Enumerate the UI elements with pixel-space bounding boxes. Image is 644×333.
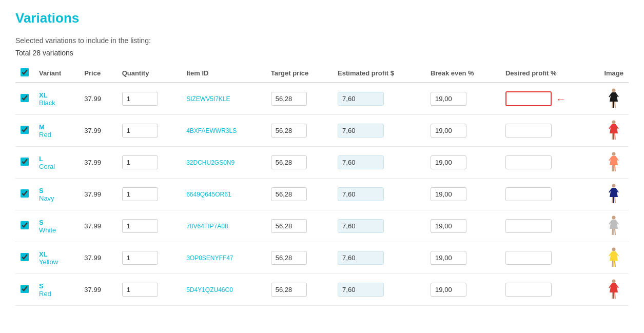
target-price-cell[interactable] [266,274,333,306]
row-checkbox-cell[interactable] [15,274,34,306]
dress-figure-icon [608,216,619,235]
target-price-input[interactable] [271,92,307,106]
break-even-input[interactable] [431,219,466,233]
item-id-cell[interactable]: 3OP0SENYFF47 [181,242,266,274]
table-row: SWhite37.9978V64TIP7A087,60 [15,210,629,242]
quantity-input[interactable] [122,219,158,233]
dress-figure-icon [608,247,619,267]
variant-cell: MRed [34,115,79,147]
target-price-cell[interactable] [266,83,333,115]
row-checkbox[interactable] [21,126,29,134]
target-price-cell[interactable] [266,115,333,147]
target-price-input[interactable] [271,187,307,201]
desired-profit-input[interactable] [505,155,552,169]
quantity-cell[interactable] [117,179,182,210]
target-price-input[interactable] [271,219,307,233]
target-price-cell[interactable] [266,210,333,242]
break-even-cell[interactable] [425,147,500,179]
target-price-cell[interactable] [266,179,333,210]
break-even-input[interactable] [431,187,466,201]
desired-profit-input[interactable] [505,91,552,106]
image-cell [599,83,629,115]
break-even-cell[interactable] [425,210,500,242]
item-id-link[interactable]: 5D4Y1QZU46C0 [186,286,233,293]
item-id-cell[interactable]: 6649Q645OR61 [181,179,266,210]
break-even-input[interactable] [431,92,466,106]
item-id-link[interactable]: 3OP0SENYFF47 [186,254,233,262]
row-checkbox[interactable] [21,253,29,261]
desired-profit-cell[interactable] [500,83,599,115]
desired-profit-input[interactable] [505,251,552,265]
item-id-cell[interactable]: 4BXFAEWWR3LS [181,115,266,147]
row-checkbox-cell[interactable] [15,115,34,147]
subtitle-text: Selected variations to include in the li… [15,36,629,45]
quantity-cell[interactable] [117,115,182,147]
break-even-input[interactable] [431,124,466,138]
quantity-input[interactable] [122,187,158,201]
row-checkbox[interactable] [21,189,29,198]
break-even-cell[interactable] [425,242,500,274]
target-price-input[interactable] [271,251,307,265]
quantity-cell[interactable] [117,147,182,179]
quantity-cell[interactable] [117,83,182,115]
select-all-checkbox[interactable] [21,68,29,76]
quantity-input[interactable] [122,251,158,265]
estimated-profit-cell: 7,60 [333,83,425,115]
row-checkbox-cell[interactable] [15,242,34,274]
row-checkbox-cell[interactable] [15,179,34,210]
break-even-input[interactable] [431,283,466,297]
item-id-cell[interactable]: 78V64TIP7A08 [181,210,266,242]
row-checkbox[interactable] [21,158,29,166]
item-id-link[interactable]: 4BXFAEWWR3LS [186,127,237,134]
item-id-link[interactable]: 32DCHU2GS0N9 [186,159,235,166]
variant-size: S [39,219,44,226]
break-even-cell[interactable] [425,274,500,306]
item-id-link[interactable]: 78V64TIP7A08 [186,223,228,230]
row-checkbox-cell[interactable] [15,210,34,242]
price-cell: 37.99 [79,242,116,274]
svg-point-2 [612,152,616,156]
desired-profit-wrapper [505,187,552,201]
item-id-cell[interactable]: 32DCHU2GS0N9 [181,147,266,179]
row-checkbox[interactable] [21,221,29,229]
quantity-cell[interactable] [117,274,182,306]
quantity-input[interactable] [122,283,158,297]
desired-profit-cell[interactable] [500,179,599,210]
item-id-cell[interactable]: 5D4Y1QZU46C0 [181,274,266,306]
desired-profit-cell[interactable] [500,115,599,147]
row-checkbox[interactable] [21,285,29,293]
break-even-input[interactable] [431,251,466,265]
item-id-cell[interactable]: SIZEWV5I7KLE [181,83,266,115]
break-even-cell[interactable] [425,179,500,210]
target-price-input[interactable] [271,124,307,138]
quantity-input[interactable] [122,92,158,106]
desired-profit-input[interactable] [505,187,552,201]
desired-profit-cell[interactable] [500,147,599,179]
variant-size: L [39,155,43,163]
target-price-input[interactable] [271,155,307,169]
target-price-cell[interactable] [266,147,333,179]
row-checkbox-cell[interactable] [15,147,34,179]
row-checkbox-cell[interactable] [15,83,34,115]
break-even-input[interactable] [431,155,466,169]
quantity-input[interactable] [122,155,158,169]
desired-profit-cell[interactable] [500,274,599,306]
quantity-cell[interactable] [117,242,182,274]
item-id-link[interactable]: 6649Q645OR61 [186,191,231,198]
desired-profit-cell[interactable] [500,242,599,274]
break-even-cell[interactable] [425,115,500,147]
target-price-input[interactable] [271,283,307,297]
item-id-link[interactable]: SIZEWV5I7KLE [186,95,230,103]
break-even-cell[interactable] [425,83,500,115]
target-price-cell[interactable] [266,242,333,274]
desired-profit-cell[interactable] [500,210,599,242]
quantity-input[interactable] [122,124,158,138]
header-checkbox-cell[interactable] [15,64,34,83]
desired-profit-input[interactable] [505,283,552,297]
variant-size: S [39,187,44,194]
desired-profit-input[interactable] [505,124,552,138]
desired-profit-input[interactable] [505,219,552,233]
quantity-cell[interactable] [117,210,182,242]
red-arrow-indicator [556,93,566,105]
row-checkbox[interactable] [21,94,29,102]
